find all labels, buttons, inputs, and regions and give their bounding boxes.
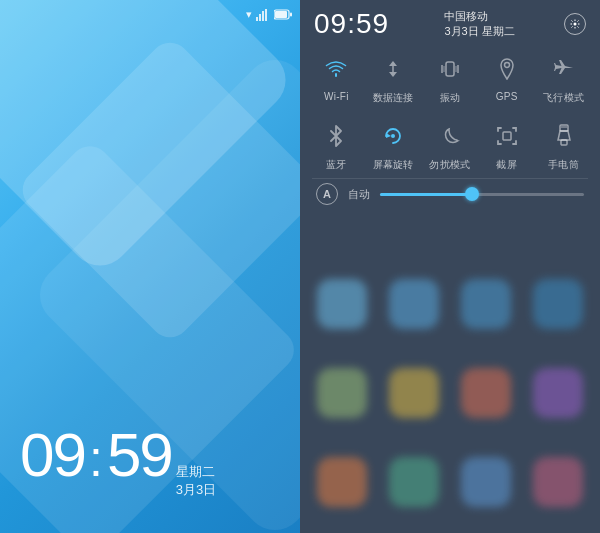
svg-rect-16 <box>503 132 511 140</box>
blurred-app-12 <box>533 457 583 507</box>
svg-rect-17 <box>560 125 568 131</box>
brightness-thumb <box>465 187 479 201</box>
bluetooth-icon <box>317 117 355 155</box>
toggle-flashlight[interactable]: 手电筒 <box>538 117 590 172</box>
toggle-row-2: 蓝牙 屏幕旋转 勿扰 <box>300 111 600 178</box>
toggle-row-1: Wi-Fi 数据连接 <box>300 44 600 111</box>
blurred-app-2 <box>389 279 439 329</box>
airplane-label: 飞行模式 <box>543 91 584 105</box>
clock-hour: 09 <box>20 424 85 486</box>
data-label: 数据连接 <box>373 91 414 105</box>
toggle-wifi[interactable]: Wi-Fi <box>310 50 362 105</box>
rotate-icon <box>374 117 412 155</box>
data-icon <box>374 50 412 88</box>
airplane-icon <box>545 50 583 88</box>
carrier-name: 中国移动 <box>444 9 488 24</box>
flashlight-icon <box>545 117 583 155</box>
blurred-app-7 <box>461 368 511 418</box>
brightness-slider[interactable] <box>380 193 584 196</box>
screenshot-label: 截屏 <box>496 158 517 172</box>
bluetooth-label: 蓝牙 <box>326 158 347 172</box>
svg-point-14 <box>504 63 509 68</box>
clock-info: 星期二 3月3日 <box>176 463 216 503</box>
clock-weekday: 星期二 <box>176 463 216 481</box>
carrier-info: 中国移动 3月3日 星期二 <box>444 9 514 39</box>
blurred-app-6 <box>389 368 439 418</box>
toggle-gps[interactable]: GPS <box>481 50 533 105</box>
battery-icon <box>274 9 292 20</box>
blurred-app-1 <box>317 279 367 329</box>
carrier-date: 3月3日 星期二 <box>444 24 514 39</box>
right-status-bar: 09:59 中国移动 3月3日 星期二 <box>300 0 600 44</box>
svg-rect-6 <box>290 13 292 17</box>
blurred-app-grid <box>300 253 600 533</box>
svg-point-15 <box>391 134 395 138</box>
blurred-app-10 <box>389 457 439 507</box>
flashlight-label: 手电筒 <box>548 158 579 172</box>
clock-colon: : <box>89 434 103 484</box>
blurred-app-3 <box>461 279 511 329</box>
blurred-app-9 <box>317 457 367 507</box>
settings-circle-icon[interactable] <box>564 13 586 35</box>
left-panel: ▾ 09 : 59 星期二 3月3日 <box>0 0 300 533</box>
brightness-row: A 自动 <box>300 179 600 213</box>
svg-rect-0 <box>256 17 258 21</box>
brightness-fill <box>380 193 472 196</box>
wifi-label: Wi-Fi <box>324 91 349 102</box>
blurred-app-8 <box>533 368 583 418</box>
svg-rect-5 <box>275 11 287 18</box>
toggle-airplane[interactable]: 飞行模式 <box>538 50 590 105</box>
blurred-app-4 <box>533 279 583 329</box>
clock-date: 3月3日 <box>176 481 216 499</box>
svg-point-7 <box>574 23 577 26</box>
svg-rect-2 <box>262 11 264 21</box>
gps-icon <box>488 50 526 88</box>
clock-minute: 59 <box>107 424 172 486</box>
svg-rect-18 <box>561 140 567 145</box>
gps-label: GPS <box>496 91 518 102</box>
notification-panel: 09:59 中国移动 3月3日 星期二 <box>300 0 600 213</box>
toggle-rotate[interactable]: 屏幕旋转 <box>367 117 419 172</box>
brightness-label: 自动 <box>348 187 370 202</box>
right-clock: 09:59 <box>314 8 389 40</box>
toggle-vibrate[interactable]: 振动 <box>424 50 476 105</box>
signal-icon <box>256 9 270 21</box>
right-status-icons <box>564 13 586 35</box>
svg-rect-1 <box>259 14 261 21</box>
toggle-data[interactable]: 数据连接 <box>367 50 419 105</box>
rotate-label: 屏幕旋转 <box>373 158 414 172</box>
vibrate-icon <box>431 50 469 88</box>
left-status-bar: ▾ <box>246 8 292 21</box>
brightness-auto-icon: A <box>316 183 338 205</box>
svg-rect-3 <box>265 9 267 21</box>
left-clock: 09 : 59 星期二 3月3日 <box>20 424 216 503</box>
right-panel: 09:59 中国移动 3月3日 星期二 <box>300 0 600 533</box>
svg-rect-9 <box>446 62 454 76</box>
blurred-app-5 <box>317 368 367 418</box>
blurred-app-11 <box>461 457 511 507</box>
wifi-icon <box>317 50 355 88</box>
toggle-dnd[interactable]: 勿扰模式 <box>424 117 476 172</box>
dnd-icon <box>431 117 469 155</box>
toggle-screenshot[interactable]: 截屏 <box>481 117 533 172</box>
vibrate-label: 振动 <box>440 91 461 105</box>
dnd-label: 勿扰模式 <box>429 158 470 172</box>
screenshot-icon <box>488 117 526 155</box>
wifi-status-icon: ▾ <box>246 8 252 21</box>
toggle-bluetooth[interactable]: 蓝牙 <box>310 117 362 172</box>
